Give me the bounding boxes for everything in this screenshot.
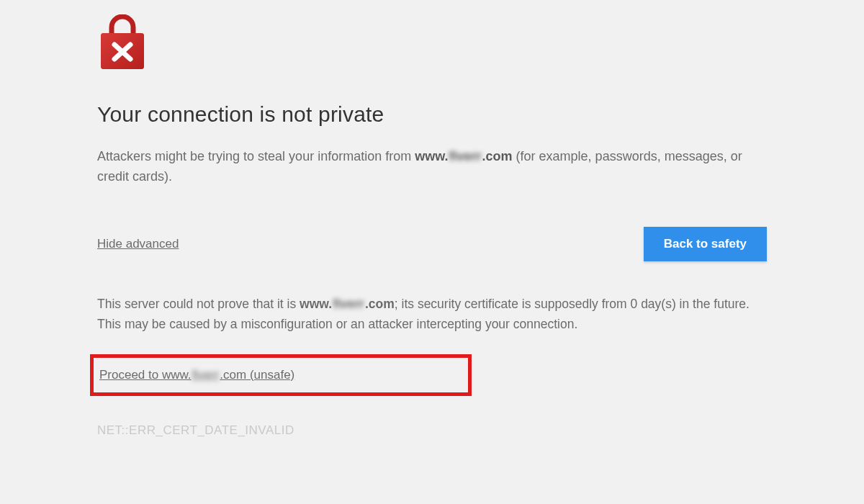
warning-domain: www.fiverr.com [415, 147, 512, 167]
error-code: NET::ERR_CERT_DATE_INVALID [97, 423, 767, 438]
ssl-warning-page: Your connection is not private Attackers… [0, 0, 864, 438]
warning-body: Attackers might be trying to steal your … [97, 147, 767, 187]
proceed-highlight-box: Proceed to www.fiverr.com (unsafe) [90, 354, 472, 396]
lock-x-icon [97, 14, 767, 73]
warning-heading: Your connection is not private [97, 102, 767, 127]
proceed-unsafe-link[interactable]: Proceed to www.fiverr.com (unsafe) [99, 368, 294, 382]
hide-advanced-link[interactable]: Hide advanced [97, 237, 179, 251]
advanced-details: This server could not prove that it is w… [97, 294, 767, 334]
details-domain: www.fiverr.com [300, 294, 395, 314]
actions-row: Hide advanced Back to safety [97, 227, 767, 261]
back-to-safety-button[interactable]: Back to safety [644, 227, 767, 261]
details-pre: This server could not prove that it is [97, 297, 300, 311]
warning-pre: Attackers might be trying to steal your … [97, 149, 415, 163]
